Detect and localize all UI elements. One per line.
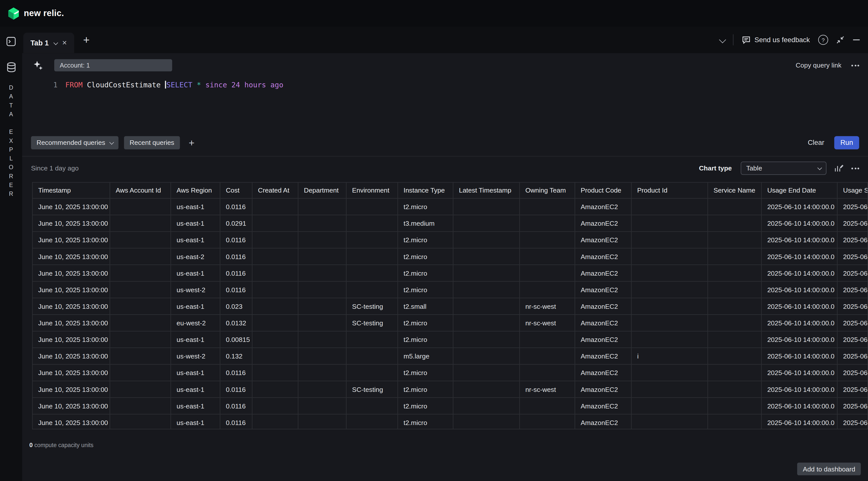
query-code[interactable]: FROM CloudCostEstimate SELECT * since 24… (65, 79, 283, 91)
line-number: 1 (31, 79, 65, 91)
table-row[interactable]: June 10, 2025 13:00:00us-east-10.0116t2.… (33, 365, 868, 381)
table-cell: t2.micro (398, 398, 453, 414)
table-cell: 2025-06-10 14:00:00.0 (762, 381, 838, 397)
data-explorer-icon[interactable] (5, 61, 17, 73)
table-header-row: TimestampAws Account IdAws RegionCostCre… (33, 183, 868, 199)
table-cell: us-east-1 (171, 381, 220, 397)
column-header[interactable]: Timestamp (33, 183, 110, 198)
add-query-button[interactable]: + (189, 138, 194, 148)
recommended-queries-button[interactable]: Recommended queries (31, 136, 118, 149)
table-cell: us-west-2 (171, 348, 220, 364)
column-header[interactable]: Usage Start Date (838, 183, 868, 198)
help-icon[interactable]: ? (818, 35, 828, 45)
tab-close-icon[interactable]: ✕ (62, 40, 67, 46)
table-cell (252, 298, 299, 314)
recent-queries-button[interactable]: Recent queries (124, 136, 180, 149)
column-header[interactable]: Product Code (575, 183, 632, 198)
table-cell: 2025-06-10 13:00:00.0 (838, 315, 868, 331)
table-cell: 2025-06-10 14:00:00.0 (762, 315, 838, 331)
table-row[interactable]: June 10, 2025 13:00:00us-east-10.0116t2.… (33, 414, 868, 429)
table-cell: June 10, 2025 13:00:00 (33, 282, 110, 298)
table-cell (252, 365, 299, 381)
customize-chart-icon[interactable] (834, 164, 844, 172)
table-cell (347, 365, 398, 381)
results-table[interactable]: TimestampAws Account IdAws RegionCostCre… (32, 182, 868, 429)
column-header[interactable]: Aws Region (171, 183, 220, 198)
query-editor[interactable]: Account: 1 Copy query link 1 FROM CloudC… (22, 53, 868, 132)
table-row[interactable]: June 10, 2025 13:00:00us-west-20.0116t2.… (33, 282, 868, 298)
table-row[interactable]: June 10, 2025 13:00:00eu-west-20.0132SC-… (33, 315, 868, 331)
tab-chevron-down-icon[interactable] (54, 40, 58, 45)
table-cell: t2.micro (398, 315, 453, 331)
column-header[interactable]: Latest Timestamp (453, 183, 520, 198)
table-row[interactable]: June 10, 2025 13:00:00us-east-10.0116t2.… (33, 199, 868, 215)
column-header[interactable]: Cost (220, 183, 252, 198)
table-cell: t2.micro (398, 365, 453, 381)
table-row[interactable]: June 10, 2025 13:00:00us-east-10.0116t2.… (33, 232, 868, 249)
column-header[interactable]: Instance Type (398, 183, 453, 198)
column-header[interactable]: Product Id (632, 183, 708, 198)
send-feedback-button[interactable]: Send us feedback (742, 36, 810, 44)
table-cell (520, 398, 575, 414)
column-header[interactable]: Created At (252, 183, 299, 198)
table-cell (453, 414, 520, 429)
run-button[interactable]: Run (834, 136, 859, 149)
table-cell (453, 381, 520, 397)
table-cell: nr-sc-west (520, 298, 575, 314)
table-cell: 0.0116 (220, 232, 252, 248)
table-cell: 2025-06-10 13:00:00.0 (838, 365, 868, 381)
table-cell: us-east-1 (171, 365, 220, 381)
table-cell (708, 199, 762, 215)
collapse-tabs-chevron-icon[interactable] (719, 37, 724, 42)
clear-button[interactable]: Clear (808, 139, 824, 147)
table-cell: nr-sc-west (520, 381, 575, 397)
table-row[interactable]: June 10, 2025 13:00:00us-east-10.0291t3.… (33, 215, 868, 232)
account-selector[interactable]: Account: 1 (54, 59, 172, 71)
table-cell (632, 298, 708, 314)
table-row[interactable]: June 10, 2025 13:00:00us-east-10.0116t2.… (33, 398, 868, 414)
table-row[interactable]: June 10, 2025 13:00:00us-west-20.132m5.l… (33, 348, 868, 364)
nrql-token: CloudCostEstimate (87, 81, 165, 89)
new-tab-button[interactable]: + (83, 34, 90, 45)
table-cell (299, 398, 347, 414)
table-cell: 0.0116 (220, 282, 252, 298)
chevron-down-icon (109, 140, 114, 145)
results-more-menu-icon[interactable] (851, 167, 859, 169)
table-cell (708, 398, 762, 414)
table-row[interactable]: June 10, 2025 13:00:00us-east-20.0116t2.… (33, 249, 868, 265)
table-cell (453, 331, 520, 347)
table-cell: us-east-1 (171, 398, 220, 414)
column-header[interactable]: Usage End Date (762, 183, 838, 198)
column-header[interactable]: Owning Team (520, 183, 575, 198)
table-cell (708, 414, 762, 429)
chart-type-select[interactable]: Table (741, 162, 827, 175)
add-to-dashboard-button[interactable]: Add to dashboard (797, 463, 861, 476)
query-console-icon[interactable] (5, 35, 17, 47)
tab-label: Tab 1 (30, 39, 49, 47)
table-cell (347, 199, 398, 215)
table-row[interactable]: June 10, 2025 13:00:00us-east-10.0116SC-… (33, 381, 868, 398)
column-header[interactable]: Aws Account Id (110, 183, 171, 198)
copy-query-link[interactable]: Copy query link (796, 62, 841, 69)
table-cell: 2025-06-10 14:00:00.0 (762, 232, 838, 248)
table-cell (299, 365, 347, 381)
table-cell: AmazonEC2 (575, 298, 632, 314)
table-row[interactable]: June 10, 2025 13:00:00us-east-10.0116t2.… (33, 265, 868, 282)
table-cell: June 10, 2025 13:00:00 (33, 348, 110, 364)
collapse-view-icon[interactable] (836, 36, 844, 44)
column-header[interactable]: Service Name (708, 183, 762, 198)
table-cell: us-west-2 (171, 282, 220, 298)
tab-1[interactable]: Tab 1 ✕ (23, 33, 74, 53)
new-relic-logo-icon (8, 7, 19, 20)
ai-sparkle-icon[interactable] (31, 58, 45, 72)
table-cell (520, 282, 575, 298)
table-row[interactable]: June 10, 2025 13:00:00us-east-10.023SC-t… (33, 298, 868, 315)
query-more-menu-icon[interactable] (851, 65, 859, 66)
column-header[interactable]: Environment (347, 183, 398, 198)
column-header[interactable]: Department (299, 183, 347, 198)
table-row[interactable]: June 10, 2025 13:00:00us-east-10.00815t2… (33, 331, 868, 348)
table-cell: 0.0116 (220, 381, 252, 397)
new-relic-logo[interactable]: new relic. (8, 7, 64, 20)
table-cell (632, 249, 708, 265)
minimize-icon[interactable] (852, 39, 860, 41)
